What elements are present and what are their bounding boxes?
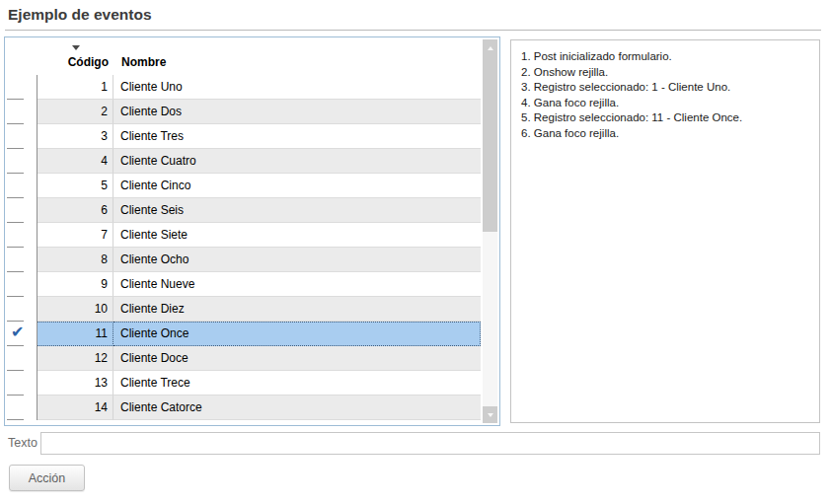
- table-row[interactable]: 8 Cliente Ocho: [7, 248, 481, 272]
- row-selector-cell[interactable]: [7, 223, 38, 248]
- row-selector-cell[interactable]: [7, 396, 38, 420]
- scroll-down-icon: [488, 413, 493, 417]
- cell-nombre: Cliente Diez: [113, 297, 481, 322]
- row-selector-cell[interactable]: [7, 75, 38, 100]
- page-title: Ejemplo de eventos: [8, 6, 152, 24]
- table-row[interactable]: 2 Cliente Dos: [7, 100, 481, 124]
- log-line: 6. Gana foco rejilla.: [521, 126, 811, 142]
- cell-nombre: Cliente Doce: [113, 346, 481, 371]
- grid-header: Código Nombre: [7, 39, 481, 75]
- row-selector-cell[interactable]: [7, 174, 38, 198]
- cell-codigo: 2: [38, 100, 113, 124]
- table-row[interactable]: 3 Cliente Tres: [7, 124, 481, 149]
- grid-rows: 1 Cliente Uno 2 Cliente Dos 3 Cliente Tr…: [7, 75, 481, 420]
- cell-nombre: Cliente Nueve: [113, 272, 481, 297]
- table-row-selected[interactable]: ✔ 11 Cliente Once: [7, 322, 481, 346]
- cell-nombre: Cliente Seis: [113, 198, 481, 223]
- table-row[interactable]: 4 Cliente Cuatro: [7, 149, 481, 174]
- cell-nombre: Cliente Siete: [113, 223, 481, 248]
- scroll-up-button[interactable]: [483, 39, 497, 56]
- log-line: 4. Gana foco rejilla.: [521, 96, 811, 111]
- cell-codigo: 14: [38, 396, 113, 420]
- row-selector-cell[interactable]: [7, 100, 38, 124]
- table-row[interactable]: 12 Cliente Doce: [7, 346, 481, 371]
- cell-codigo: 6: [38, 198, 113, 223]
- row-selector-cell[interactable]: [7, 272, 38, 297]
- table-row[interactable]: 13 Cliente Trece: [7, 371, 481, 396]
- row-selector-cell[interactable]: [7, 198, 38, 223]
- row-selector-cell[interactable]: [7, 371, 38, 396]
- cell-nombre: Cliente Ocho: [113, 248, 481, 272]
- texto-input[interactable]: [40, 432, 820, 455]
- cell-codigo: 4: [38, 149, 113, 174]
- log-line: 3. Registro seleccionado: 1 - Cliente Un…: [521, 80, 811, 96]
- log-line: 5. Registro seleccionado: 11 - Cliente O…: [521, 110, 811, 126]
- log-line: 1. Post inicializado formulario.: [521, 49, 811, 65]
- cell-codigo: 9: [38, 272, 113, 297]
- table-row[interactable]: 5 Cliente Cinco: [7, 174, 481, 198]
- cell-nombre: Cliente Uno: [113, 75, 481, 100]
- grid-header-nombre-label: Nombre: [121, 55, 166, 69]
- cell-codigo: 3: [38, 124, 113, 149]
- cell-codigo: 10: [38, 297, 113, 322]
- cell-codigo: 11: [38, 322, 113, 346]
- cell-codigo: 7: [38, 223, 113, 248]
- row-selector-cell[interactable]: [7, 124, 38, 149]
- cell-nombre: Cliente Cuatro: [113, 149, 481, 174]
- cell-codigo: 12: [38, 346, 113, 371]
- grid-header-codigo[interactable]: Código: [38, 39, 113, 75]
- event-log-panel: 1. Post inicializado formulario. 2. Onsh…: [510, 39, 820, 423]
- row-selector-cell[interactable]: [7, 149, 38, 174]
- scroll-up-icon: [488, 46, 493, 50]
- table-row[interactable]: 6 Cliente Seis: [7, 198, 481, 223]
- cell-nombre: Cliente Catorce: [113, 396, 481, 420]
- cell-codigo: 13: [38, 371, 113, 396]
- clients-grid: Código Nombre 1 Cliente Uno 2 Cliente Do…: [4, 36, 500, 426]
- scrollbar-thumb[interactable]: [483, 56, 497, 232]
- cell-nombre: Cliente Dos: [113, 100, 481, 124]
- row-selector-cell[interactable]: ✔: [7, 322, 38, 346]
- cell-codigo: 8: [38, 248, 113, 272]
- cell-nombre: Cliente Trece: [113, 371, 481, 396]
- scroll-down-button[interactable]: [483, 406, 497, 423]
- row-selector-cell[interactable]: [7, 248, 38, 272]
- table-row[interactable]: 14 Cliente Catorce: [7, 396, 481, 420]
- title-divider: [5, 30, 821, 31]
- sort-desc-icon: [72, 45, 80, 50]
- log-line: 2. Onshow rejilla.: [521, 65, 811, 81]
- row-selector-cell[interactable]: [7, 297, 38, 322]
- table-row[interactable]: 9 Cliente Nueve: [7, 272, 481, 297]
- grid-header-nombre[interactable]: Nombre: [113, 39, 481, 75]
- cell-codigo: 1: [38, 75, 113, 100]
- row-selector-cell[interactable]: [7, 346, 38, 371]
- cell-codigo: 5: [38, 174, 113, 198]
- table-row[interactable]: 10 Cliente Diez: [7, 297, 481, 322]
- texto-label: Texto: [8, 436, 38, 450]
- grid-header-rowselector: [7, 39, 38, 75]
- grid-table: Código Nombre 1 Cliente Uno 2 Cliente Do…: [7, 39, 481, 423]
- selected-row-check-icon: ✔: [11, 323, 24, 341]
- cell-nombre: Cliente Tres: [113, 124, 481, 149]
- accion-button[interactable]: Acción: [9, 465, 85, 491]
- table-row[interactable]: 1 Cliente Uno: [7, 75, 481, 100]
- cell-nombre: Cliente Once: [113, 322, 481, 346]
- grid-header-codigo-label: Código: [68, 55, 109, 69]
- cell-nombre: Cliente Cinco: [113, 174, 481, 198]
- grid-vertical-scrollbar[interactable]: [483, 39, 497, 423]
- table-row[interactable]: 7 Cliente Siete: [7, 223, 481, 248]
